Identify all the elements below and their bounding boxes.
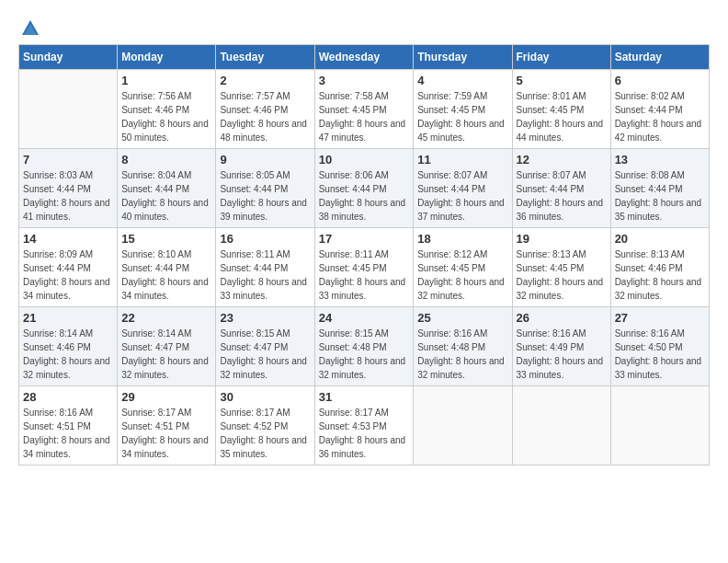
calendar-cell: 21 Sunrise: 8:14 AM Sunset: 4:46 PM Dayl… <box>19 307 118 386</box>
day-number: 31 <box>319 390 410 404</box>
day-number: 18 <box>417 232 507 246</box>
day-number: 23 <box>220 311 310 325</box>
calendar-cell: 1 Sunrise: 7:56 AM Sunset: 4:46 PM Dayli… <box>118 70 216 149</box>
header <box>18 18 710 35</box>
calendar-cell: 3 Sunrise: 7:58 AM Sunset: 4:45 PM Dayli… <box>314 70 414 149</box>
logo-icon <box>20 18 40 39</box>
day-number: 15 <box>121 232 211 246</box>
day-info: Sunrise: 8:13 AM Sunset: 4:45 PM Dayligh… <box>517 247 607 303</box>
day-info: Sunrise: 7:57 AM Sunset: 4:46 PM Dayligh… <box>220 89 310 144</box>
calendar-cell: 20 Sunrise: 8:13 AM Sunset: 4:46 PM Dayl… <box>610 228 709 307</box>
day-info: Sunrise: 8:13 AM Sunset: 4:46 PM Dayligh… <box>615 247 705 303</box>
day-info: Sunrise: 8:02 AM Sunset: 4:44 PM Dayligh… <box>615 89 705 144</box>
week-row-4: 21 Sunrise: 8:14 AM Sunset: 4:46 PM Dayl… <box>19 307 710 386</box>
day-info: Sunrise: 8:14 AM Sunset: 4:46 PM Dayligh… <box>23 327 113 382</box>
calendar-cell: 19 Sunrise: 8:13 AM Sunset: 4:45 PM Dayl… <box>512 228 610 307</box>
day-info: Sunrise: 8:05 AM Sunset: 4:44 PM Dayligh… <box>220 168 310 224</box>
week-row-5: 28 Sunrise: 8:16 AM Sunset: 4:51 PM Dayl… <box>19 386 710 465</box>
day-info: Sunrise: 8:16 AM Sunset: 4:48 PM Dayligh… <box>417 327 507 382</box>
day-number: 13 <box>615 153 705 167</box>
calendar-cell: 9 Sunrise: 8:05 AM Sunset: 4:44 PM Dayli… <box>216 149 314 228</box>
calendar-cell: 10 Sunrise: 8:06 AM Sunset: 4:44 PM Dayl… <box>314 149 414 228</box>
day-info: Sunrise: 8:07 AM Sunset: 4:44 PM Dayligh… <box>417 168 507 224</box>
calendar-cell: 18 Sunrise: 8:12 AM Sunset: 4:45 PM Dayl… <box>414 228 512 307</box>
calendar-cell <box>19 70 118 149</box>
calendar-cell: 7 Sunrise: 8:03 AM Sunset: 4:44 PM Dayli… <box>19 149 118 228</box>
day-number: 16 <box>220 232 310 246</box>
day-info: Sunrise: 8:06 AM Sunset: 4:44 PM Dayligh… <box>319 168 410 224</box>
day-info: Sunrise: 8:07 AM Sunset: 4:44 PM Dayligh… <box>517 168 607 224</box>
calendar-cell: 26 Sunrise: 8:16 AM Sunset: 4:49 PM Dayl… <box>512 307 610 386</box>
day-info: Sunrise: 8:17 AM Sunset: 4:51 PM Dayligh… <box>121 406 211 461</box>
day-number: 21 <box>23 311 113 325</box>
day-info: Sunrise: 7:59 AM Sunset: 4:45 PM Dayligh… <box>417 89 507 144</box>
calendar-cell: 31 Sunrise: 8:17 AM Sunset: 4:53 PM Dayl… <box>314 386 414 465</box>
day-number: 24 <box>319 311 410 325</box>
day-number: 1 <box>121 74 211 87</box>
day-info: Sunrise: 8:15 AM Sunset: 4:47 PM Dayligh… <box>220 327 310 382</box>
calendar-cell: 2 Sunrise: 7:57 AM Sunset: 4:46 PM Dayli… <box>216 70 314 149</box>
day-info: Sunrise: 8:16 AM Sunset: 4:51 PM Dayligh… <box>23 406 113 461</box>
day-info: Sunrise: 8:01 AM Sunset: 4:45 PM Dayligh… <box>517 89 607 144</box>
day-number: 14 <box>23 232 113 246</box>
day-number: 19 <box>517 232 607 246</box>
day-number: 7 <box>23 153 113 167</box>
day-number: 8 <box>121 153 211 167</box>
calendar-cell: 28 Sunrise: 8:16 AM Sunset: 4:51 PM Dayl… <box>19 386 118 465</box>
calendar-cell: 24 Sunrise: 8:15 AM Sunset: 4:48 PM Dayl… <box>314 307 414 386</box>
day-info: Sunrise: 8:04 AM Sunset: 4:44 PM Dayligh… <box>121 168 211 224</box>
calendar-cell: 23 Sunrise: 8:15 AM Sunset: 4:47 PM Dayl… <box>216 307 314 386</box>
calendar-cell: 12 Sunrise: 8:07 AM Sunset: 4:44 PM Dayl… <box>512 149 610 228</box>
day-info: Sunrise: 8:09 AM Sunset: 4:44 PM Dayligh… <box>23 247 113 303</box>
day-number: 28 <box>23 390 113 404</box>
day-info: Sunrise: 8:08 AM Sunset: 4:44 PM Dayligh… <box>615 168 705 224</box>
week-row-1: 1 Sunrise: 7:56 AM Sunset: 4:46 PM Dayli… <box>19 70 710 149</box>
calendar-cell: 6 Sunrise: 8:02 AM Sunset: 4:44 PM Dayli… <box>610 70 709 149</box>
day-number: 2 <box>220 74 310 87</box>
day-number: 20 <box>615 232 705 246</box>
day-info: Sunrise: 8:03 AM Sunset: 4:44 PM Dayligh… <box>23 168 113 224</box>
day-number: 30 <box>220 390 310 404</box>
day-number: 10 <box>319 153 410 167</box>
day-number: 25 <box>417 311 507 325</box>
day-number: 3 <box>319 74 410 87</box>
day-number: 5 <box>517 74 607 87</box>
calendar-cell: 27 Sunrise: 8:16 AM Sunset: 4:50 PM Dayl… <box>610 307 709 386</box>
calendar-cell: 14 Sunrise: 8:09 AM Sunset: 4:44 PM Dayl… <box>19 228 118 307</box>
calendar-cell <box>512 386 610 465</box>
calendar-cell: 16 Sunrise: 8:11 AM Sunset: 4:44 PM Dayl… <box>216 228 314 307</box>
day-info: Sunrise: 8:17 AM Sunset: 4:52 PM Dayligh… <box>220 406 310 461</box>
weekday-header-row: SundayMondayTuesdayWednesdayThursdayFrid… <box>19 45 710 70</box>
day-info: Sunrise: 8:14 AM Sunset: 4:47 PM Dayligh… <box>121 327 211 382</box>
calendar-cell: 17 Sunrise: 8:11 AM Sunset: 4:45 PM Dayl… <box>314 228 414 307</box>
day-number: 27 <box>615 311 705 325</box>
weekday-header-sunday: Sunday <box>19 45 118 70</box>
day-info: Sunrise: 7:56 AM Sunset: 4:46 PM Dayligh… <box>121 89 211 144</box>
day-info: Sunrise: 8:17 AM Sunset: 4:53 PM Dayligh… <box>319 406 410 461</box>
week-row-2: 7 Sunrise: 8:03 AM Sunset: 4:44 PM Dayli… <box>19 149 710 228</box>
day-number: 17 <box>319 232 410 246</box>
day-info: Sunrise: 8:16 AM Sunset: 4:50 PM Dayligh… <box>615 327 705 382</box>
calendar-cell: 4 Sunrise: 7:59 AM Sunset: 4:45 PM Dayli… <box>414 70 512 149</box>
week-row-3: 14 Sunrise: 8:09 AM Sunset: 4:44 PM Dayl… <box>19 228 710 307</box>
day-number: 11 <box>417 153 507 167</box>
calendar-cell: 15 Sunrise: 8:10 AM Sunset: 4:44 PM Dayl… <box>118 228 216 307</box>
day-info: Sunrise: 8:16 AM Sunset: 4:49 PM Dayligh… <box>517 327 607 382</box>
calendar-cell: 8 Sunrise: 8:04 AM Sunset: 4:44 PM Dayli… <box>118 149 216 228</box>
calendar-cell <box>610 386 709 465</box>
calendar-cell: 29 Sunrise: 8:17 AM Sunset: 4:51 PM Dayl… <box>118 386 216 465</box>
day-info: Sunrise: 8:15 AM Sunset: 4:48 PM Dayligh… <box>319 327 410 382</box>
day-info: Sunrise: 8:11 AM Sunset: 4:45 PM Dayligh… <box>319 247 410 303</box>
calendar: SundayMondayTuesdayWednesdayThursdayFrid… <box>18 44 710 465</box>
calendar-cell <box>414 386 512 465</box>
calendar-cell: 13 Sunrise: 8:08 AM Sunset: 4:44 PM Dayl… <box>610 149 709 228</box>
weekday-header-friday: Friday <box>512 45 610 70</box>
logo <box>18 18 40 35</box>
weekday-header-thursday: Thursday <box>414 45 512 70</box>
day-number: 6 <box>615 74 705 87</box>
day-info: Sunrise: 8:12 AM Sunset: 4:45 PM Dayligh… <box>417 247 507 303</box>
weekday-header-wednesday: Wednesday <box>314 45 414 70</box>
day-number: 4 <box>417 74 507 87</box>
day-info: Sunrise: 8:10 AM Sunset: 4:44 PM Dayligh… <box>121 247 211 303</box>
day-number: 29 <box>121 390 211 404</box>
